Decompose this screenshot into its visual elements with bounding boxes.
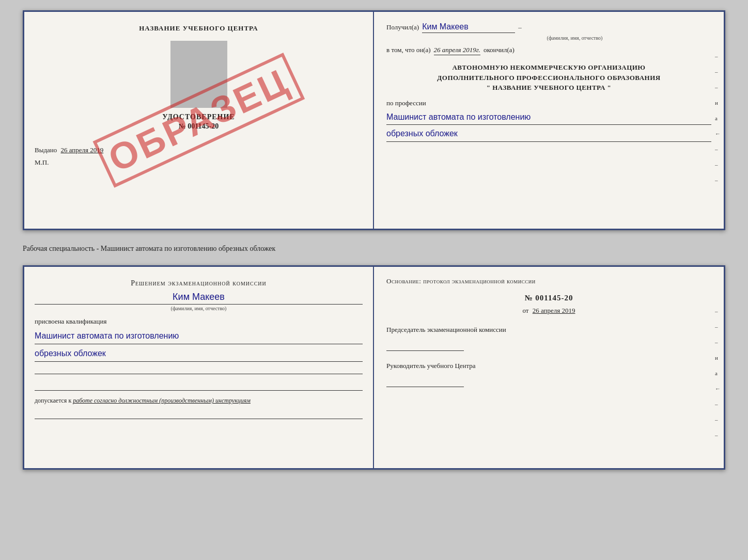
protocol-number: № 001145-20 [386, 294, 711, 302]
predsedatel-label: Председатель экзаменационной комиссии [386, 325, 711, 334]
blank-line-2 [35, 380, 363, 391]
predsedatel-block: Председатель экзаменационной комиссии [386, 325, 711, 351]
bottom-doc-left: Решением экзаменационной комиссии Ким Ма… [24, 267, 374, 468]
blank-line-3 [35, 409, 363, 419]
okonchil-label: окончил(а) [484, 46, 515, 54]
top-doc-left: НАЗВАНИЕ УЧЕБНОГО ЦЕНТРА УДОСТОВЕРЕНИЕ №… [24, 12, 374, 229]
kvalif-line1: Машинист автомата по изготовлению [35, 329, 363, 344]
middle-description: Рабочая специальность - Машинист автомат… [23, 239, 725, 256]
ot-label: от [522, 307, 528, 314]
rukovoditel-label: Руководитель учебного Центра [386, 361, 711, 371]
photo-placeholder [170, 41, 227, 108]
predsedatel-signature-line [386, 342, 464, 351]
org-line3: " НАЗВАНИЕ УЧЕБНОГО ЦЕНТРА " [386, 83, 711, 93]
dopusk-text: работе согласно должностным (производств… [73, 397, 251, 404]
profession-line2: обрезных обложек [386, 127, 711, 142]
udost-number: № 001145-20 [35, 122, 363, 131]
side-marks-bottom-right: – – – и а ← – – – [715, 308, 721, 438]
rukovoditel-signature-line [386, 378, 464, 387]
org-block: АВТОНОМНУЮ НЕКОММЕРЧЕСКУЮ ОРГАНИЗАЦИЮ ДО… [386, 62, 711, 93]
poluchil-name: Ким Макеев [422, 22, 515, 33]
vydano-date: 26 апреля 2019 [61, 146, 104, 154]
vydano-line: Выдано 26 апреля 2019 [35, 146, 363, 154]
dopusk-row: допускается к работе согласно должностны… [35, 397, 363, 405]
kvalif-line2: обрезных обложек [35, 346, 363, 362]
po-professii-label: по профессии [386, 99, 711, 107]
top-left-title: НАЗВАНИЕ УЧЕБНОГО ЦЕНТРА [35, 24, 363, 33]
prisvoyena-label: присвоена квалификация [35, 317, 363, 326]
vtom-date: 26 апреля 2019г. [434, 46, 480, 55]
org-line1: АВТОНОМНУЮ НЕКОММЕРЧЕСКУЮ ОРГАНИЗАЦИЮ [386, 62, 711, 73]
profession-line1: Машинист автомата по изготовлению [386, 110, 711, 125]
dopusk-label: допускается к [35, 397, 71, 404]
top-doc-right: Получил(а) Ким Макеев – (фамилия, имя, о… [374, 12, 724, 229]
ot-date: от 26 апреля 2019 [386, 307, 711, 315]
vtom-label: в том, что он(а) [386, 46, 431, 54]
ot-date-value: 26 апреля 2019 [533, 307, 575, 314]
fio-hint-bottom: (фамилия, имя, отчество) [35, 306, 363, 311]
mp-label: М.П. [35, 158, 363, 167]
rukovoditel-block: Руководитель учебного Центра [386, 361, 711, 387]
bottom-document-pair: Решением экзаменационной комиссии Ким Ма… [23, 265, 725, 470]
osnovanie-title: Основание: протокол экзаменационной коми… [386, 277, 711, 285]
poluchil-label: Получил(а) [386, 23, 419, 31]
udost-label: УДОСТОВЕРЕНИЕ [35, 113, 363, 121]
resheniem-title: Решением экзаменационной комиссии [35, 279, 363, 287]
top-document-pair: НАЗВАНИЕ УЧЕБНОГО ЦЕНТРА УДОСТОВЕРЕНИЕ №… [23, 10, 725, 230]
poluchil-dash: – [518, 23, 522, 31]
fio-hint-top: (фамилия, имя, отчество) [438, 35, 711, 41]
side-marks-top-right: – – – и а ← – – – [715, 53, 721, 183]
vtom-row: в том, что он(а) 26 апреля 2019г. окончи… [386, 46, 711, 55]
org-line2: ДОПОЛНИТЕЛЬНОГО ПРОФЕССИОНАЛЬНОГО ОБРАЗО… [386, 73, 711, 83]
bottom-doc-right: Основание: протокол экзаменационной коми… [374, 267, 724, 468]
bottom-name: Ким Макеев [35, 292, 363, 305]
poluchil-row: Получил(а) Ким Макеев – [386, 22, 711, 33]
blank-line-1 [35, 364, 363, 374]
